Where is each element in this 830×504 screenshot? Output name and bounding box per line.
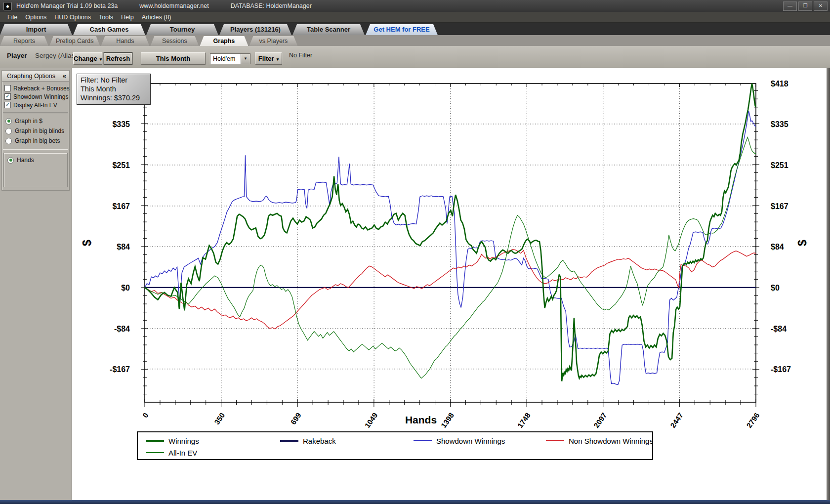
checkbox-showdown-winnings[interactable]: ✓Showdown Winnings [2, 92, 69, 101]
menu-item-file[interactable]: File [3, 13, 21, 22]
filter-button[interactable]: Filter▾ [255, 52, 282, 65]
series-line-all-in-ev [145, 137, 756, 378]
period-button[interactable]: This Month [141, 52, 206, 65]
y-axis-label-right-84: $84 [771, 243, 784, 251]
x-axis-mode-group: Hands [3, 153, 68, 187]
collapse-panel-icon[interactable]: « [63, 72, 66, 80]
legend-label-non-showdown-winnings: Non Showdown Winnings [569, 437, 653, 445]
x-axis-label-2097: 2097 [592, 411, 608, 429]
graph-unit-radio-group: Graph in $Graph in big blindsGraph in bi… [2, 116, 69, 146]
tab-get-hem-for-free[interactable]: Get HEM for FREE [366, 24, 438, 35]
tab-graphs[interactable]: Graphs [200, 36, 248, 46]
radio-icon [5, 118, 12, 125]
refresh-button[interactable]: Refresh [104, 52, 132, 65]
y-axis-label-left-0: $0 [121, 284, 130, 292]
radio-hands[interactable]: Hands [4, 155, 67, 165]
y-axis-title-left: $ [81, 240, 94, 246]
y-axis-label-left-335: $335 [112, 120, 130, 128]
legend-swatch-showdown-winnings [414, 440, 432, 441]
legend: WinningsRakebackShowdown WinningsNon Sho… [137, 431, 653, 460]
legend-swatch-all-in-ev [146, 452, 164, 453]
tab-import[interactable]: Import [0, 24, 72, 35]
legend-label-all-in-ev: All-In EV [168, 449, 197, 457]
checkbox-icon [4, 85, 11, 91]
radio-label: Graph in big blinds [15, 127, 64, 134]
y-axis-label-right-167: $167 [771, 202, 788, 210]
y-axis-label-left-251: $251 [112, 161, 130, 169]
combo-arrow-icon[interactable]: ▼ [241, 54, 250, 64]
y-axis-label-right-335: $335 [771, 120, 788, 128]
legend-swatch-rakeback [280, 440, 298, 442]
tab-hands[interactable]: Hands [101, 36, 149, 46]
tab-table-scanner[interactable]: Table Scanner [292, 24, 365, 35]
legend-item-non-showdown-winnings: Non Showdown Winnings [546, 437, 653, 445]
tab-cash-games[interactable]: Cash Games [73, 24, 145, 35]
window-title: Hold'em Manager Trial 1.09 beta 23a [16, 2, 118, 9]
y-axis-label-right-0: $0 [771, 284, 780, 292]
x-axis-label-0: 0 [141, 411, 150, 420]
tab-players-131216[interactable]: Players (131216) [219, 24, 291, 35]
radio-label: Hands [17, 157, 34, 164]
tab-reports[interactable]: Reports [0, 36, 48, 46]
radio-graph-in[interactable]: Graph in $ [2, 116, 69, 126]
x-axis-label-350: 350 [212, 411, 226, 426]
graphing-options-title: Graphing Options [7, 73, 55, 80]
legend-swatch-winnings [146, 440, 164, 441]
checkbox-rakeback-bonuses[interactable]: Rakeback + Bonuses [2, 84, 69, 92]
tab-vs-players[interactable]: vs Players [249, 36, 297, 46]
window-resize-edge[interactable] [827, 68, 830, 500]
checkbox-label: Rakeback + Bonuses [13, 85, 70, 92]
graphing-options-header[interactable]: Graphing Options « [2, 71, 69, 82]
window-title-database: DATABASE: HoldemManager [231, 2, 312, 9]
radio-graph-in-big-bets[interactable]: Graph in big bets [2, 136, 69, 146]
summary-winnings: Winnings: $370.29 [81, 93, 147, 102]
chevron-down-icon: ▾ [277, 57, 279, 62]
period-button-label: This Month [156, 55, 190, 62]
radio-label: Graph in $ [15, 118, 42, 125]
menu-item-articles-8[interactable]: Articles (8) [138, 13, 175, 22]
x-axis-label-699: 699 [289, 411, 302, 426]
legend-item-showdown-winnings: Showdown Winnings [414, 437, 546, 445]
y-axis-label-right-418: $418 [771, 80, 788, 88]
toolbar: Player Sergey (Alias) Change▾ Refresh Th… [0, 46, 830, 68]
radio-label: Graph in big bets [15, 137, 60, 144]
menu-item-hud-options[interactable]: HUD Options [50, 13, 95, 22]
y-axis-title-right: $ [796, 240, 809, 246]
menu-bar: FileOptionsHUD OptionsToolsHelpArticles … [0, 12, 830, 23]
maximize-button[interactable]: ❐ [798, 1, 812, 11]
graphing-options-panel: Graphing Options « Rakeback + Bonuses✓Sh… [1, 70, 70, 191]
axis-ticks [141, 84, 759, 407]
sidebar: Graphing Options « Rakeback + Bonuses✓Sh… [0, 68, 72, 500]
legend-label-winnings: Winnings [168, 437, 199, 445]
checkbox-icon: ✓ [4, 93, 11, 100]
tab-tourney[interactable]: Tourney [146, 24, 218, 35]
summary-period: This Month [81, 84, 147, 93]
radio-icon [7, 157, 14, 164]
menu-item-options[interactable]: Options [21, 13, 50, 22]
checkbox-label: Display All-In EV [13, 102, 57, 109]
tab-preflop-cards[interactable]: Preflop Cards [49, 36, 100, 46]
x-axis-label-2447: 2447 [668, 411, 685, 429]
y-axis-label-left-84: $84 [117, 243, 130, 251]
minimize-button[interactable]: — [783, 1, 797, 11]
filter-button-label: Filter [258, 55, 274, 62]
filter-status: No Filter [289, 52, 312, 59]
secondary-tab-strip: ReportsPreflop CardsHandsSessionsGraphsv… [0, 35, 830, 46]
player-label: Player [7, 52, 27, 59]
game-type-select[interactable]: Hold'em ▼ [210, 53, 250, 64]
checkbox-display-all-in-ev[interactable]: ✓Display All-In EV [2, 101, 69, 109]
change-player-button[interactable]: Change▾ [73, 52, 102, 65]
radio-graph-in-big-blinds[interactable]: Graph in big blinds [2, 126, 69, 136]
menu-item-tools[interactable]: Tools [95, 13, 117, 22]
plot-frame [145, 84, 756, 402]
legend-item-rakeback: Rakeback [280, 437, 414, 445]
window-title-url: www.holdemmanager.net [139, 2, 208, 9]
close-button[interactable]: ✕ [814, 1, 828, 11]
app-icon: ♠ [3, 2, 12, 10]
legend-item-all-in-ev: All-In EV [146, 449, 280, 457]
legend-label-rakeback: Rakeback [303, 437, 336, 445]
graph-summary-box: Filter: No Filter This Month Winnings: $… [77, 74, 151, 105]
tab-sessions[interactable]: Sessions [150, 36, 199, 46]
menu-item-help[interactable]: Help [117, 13, 138, 22]
legend-swatch-non-showdown-winnings [546, 440, 564, 441]
